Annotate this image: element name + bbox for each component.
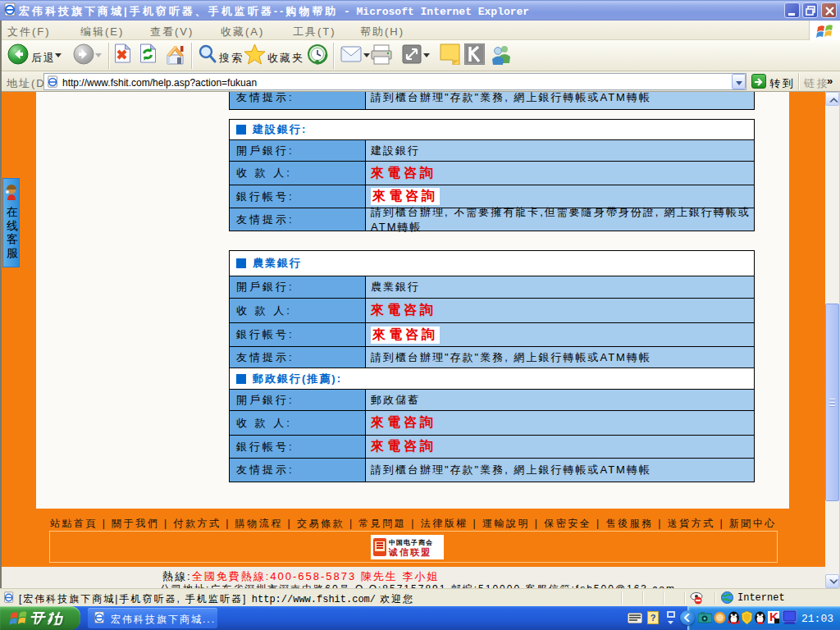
svg-text:中国电子商会: 中国电子商会 — [389, 538, 433, 546]
svg-text:诚信联盟: 诚信联盟 — [388, 547, 431, 557]
